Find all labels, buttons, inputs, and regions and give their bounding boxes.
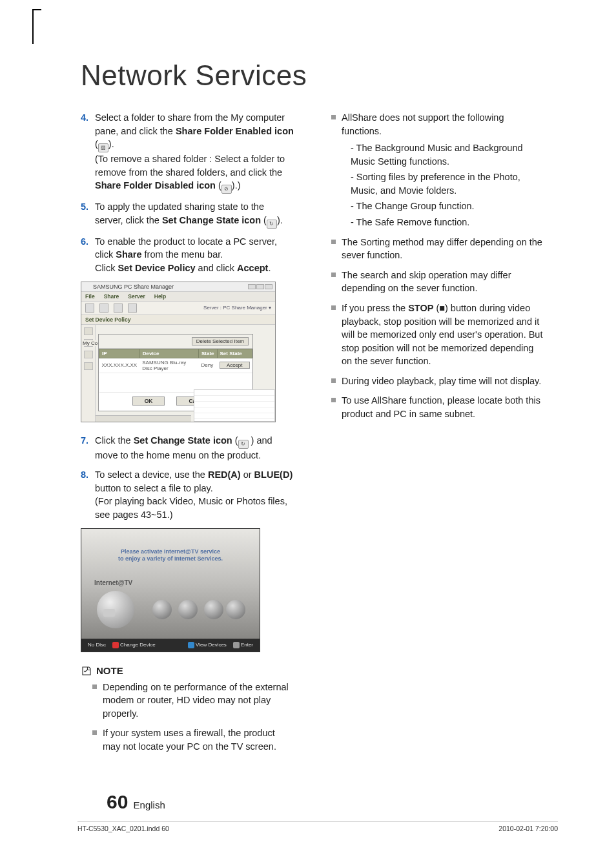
note-subitem: Sorting files by preference in the Photo…: [351, 170, 546, 197]
share-disabled-label: Share Folder Disabled icon: [95, 180, 216, 190]
app-icon[interactable]: [178, 600, 198, 619]
step-text: (For playing back Video, Music or Photos…: [95, 496, 287, 520]
app-icon: [84, 283, 90, 290]
share-enabled-label: Share Folder Enabled icon: [176, 126, 294, 136]
blue-d-label: BLUE(D): [254, 469, 293, 480]
step-number: 6.: [81, 235, 95, 275]
step-text: (To remove a shared folder : Select a fo…: [95, 154, 285, 178]
note-subitem: The Change Group function.: [351, 200, 546, 213]
side-icon[interactable]: [84, 351, 93, 358]
note-item: If you press the STOP (■) button during …: [331, 302, 546, 368]
note-subitem: The Background Music and Background Musi…: [351, 141, 546, 168]
step-text: Click: [95, 263, 118, 273]
note-subitem: The Safe Remove function.: [351, 216, 546, 229]
share-disabled-icon: ⊘: [221, 185, 232, 194]
cell-ip: XXX.XXX.X.XX: [99, 358, 140, 373]
menu-share[interactable]: Share: [104, 293, 119, 300]
set-device-policy-label: Set Device Policy: [118, 263, 195, 273]
note-list-right: AllShare does not support the following …: [320, 111, 546, 421]
right-column: AllShare does not support the following …: [320, 111, 546, 759]
col-state: State: [198, 349, 217, 358]
step-7: 7. Click the Set Change State icon (↻ ) …: [81, 434, 294, 462]
share-menu-label: Share: [116, 249, 141, 260]
toolbar-icon[interactable]: [114, 304, 123, 313]
step-text: and click: [196, 263, 237, 273]
pc-share-manager-dialog: SAMSUNG PC Share Manager File Share Serv…: [81, 282, 276, 422]
left-column: 4. Select a folder to share from the My …: [81, 111, 294, 759]
note-icon: [81, 665, 92, 677]
language-label: English: [134, 799, 165, 810]
page-title: Network Services: [81, 59, 558, 92]
my-computer-label: My Co: [83, 340, 98, 346]
side-icon[interactable]: [84, 362, 93, 370]
blue-key-icon: [188, 642, 194, 648]
toolbar-icon[interactable]: [128, 304, 137, 313]
page-number: 60: [107, 791, 128, 812]
step-number: 7.: [81, 434, 95, 462]
side-icon[interactable]: [84, 327, 93, 335]
set-device-policy-bar: Set Device Policy: [81, 315, 275, 325]
app-icon[interactable]: [226, 600, 245, 619]
horizontal-scrollbar[interactable]: [96, 415, 191, 422]
right-pane: [194, 389, 275, 422]
no-disc-label: No Disc: [88, 642, 106, 648]
step-4: 4. Select a folder to share from the My …: [81, 111, 294, 194]
step-text: from the menu bar.: [142, 249, 223, 260]
stop-button-label: STOP: [408, 303, 433, 313]
step-text: button to select a file to play.: [95, 483, 213, 493]
note-item: The Sorting method may differ depending …: [331, 236, 546, 262]
step-text: To select a device, use the: [95, 469, 208, 480]
note-item: During video playback, play time will no…: [331, 375, 546, 388]
accept-button[interactable]: Accept: [220, 362, 249, 369]
note-item: AllShare does not support the following …: [331, 111, 546, 229]
tv-home-screen: Please activate Internet@TV service to e…: [81, 528, 260, 652]
app-icon[interactable]: [152, 600, 172, 619]
step-number: 4.: [81, 111, 95, 194]
window-controls[interactable]: [248, 284, 272, 289]
red-a-label: RED(A): [208, 469, 241, 480]
app-icon[interactable]: [204, 600, 223, 619]
red-key-icon: [112, 642, 119, 648]
view-devices-label: View Devices: [196, 642, 227, 648]
menu-file[interactable]: File: [85, 293, 95, 300]
share-enabled-icon: ▨: [98, 143, 108, 152]
step-text: .: [268, 263, 271, 273]
step-text: Click the: [95, 435, 134, 446]
set-change-state-label: Set Change State icon: [162, 215, 261, 225]
toolbar: Server : PC Share Manager ▾: [81, 302, 275, 315]
step-text: ).: [108, 139, 114, 149]
page-footer: 60 English: [107, 791, 165, 813]
device-table: IP Device State Set State XXX.XXX.X.XX S…: [99, 349, 252, 393]
side-toolbar: [81, 325, 96, 422]
note-list-left: Depending on te performance of the exter…: [81, 681, 294, 754]
step-text: (: [261, 215, 267, 225]
server-label: Server : PC Share Manager ▾: [203, 305, 271, 311]
set-change-state-label: Set Change State icon: [134, 435, 232, 446]
set-change-state-icon: ↻: [267, 220, 277, 229]
step-text: or: [241, 469, 254, 480]
toolbar-icon[interactable]: [85, 304, 94, 313]
step-text: ).: [277, 215, 283, 225]
delete-selected-button[interactable]: Delete Selected Item: [192, 337, 249, 345]
cell-device: SAMSUNG Blu-ray Disc Player: [139, 358, 198, 373]
menu-help[interactable]: Help: [154, 293, 166, 300]
dialog-titlebar: SAMSUNG PC Share Manager: [81, 282, 275, 292]
menubar[interactable]: File Share Server Help: [81, 292, 275, 302]
step-text: (: [232, 435, 238, 446]
indd-date: 2010-02-01 7:20:00: [498, 825, 558, 832]
set-change-state-icon: ↻: [238, 440, 249, 449]
step-8: 8. To select a device, use the RED(A) or…: [81, 468, 294, 521]
activation-banner: Please activate Internet@TV service to e…: [94, 548, 247, 563]
note-item: The search and skip operation may differ…: [331, 269, 546, 295]
ok-button[interactable]: OK: [132, 396, 165, 406]
print-slug: HT-C5530_XAC_0201.indd 60 2010-02-01 7:2…: [77, 821, 558, 832]
indd-file: HT-C5530_XAC_0201.indd 60: [77, 825, 169, 832]
menu-server[interactable]: Server: [128, 293, 145, 300]
selected-app-icon[interactable]: [97, 591, 134, 628]
dialog-title: SAMSUNG PC Share Manager: [93, 283, 174, 290]
table-row[interactable]: XXX.XXX.X.XX SAMSUNG Blu-ray Disc Player…: [99, 358, 252, 373]
enter-key-icon: [233, 642, 240, 648]
note-item: To use AllShare function, please locate …: [331, 394, 546, 420]
internet-tv-label: Internet@TV: [94, 579, 132, 586]
toolbar-icon[interactable]: [99, 304, 108, 313]
